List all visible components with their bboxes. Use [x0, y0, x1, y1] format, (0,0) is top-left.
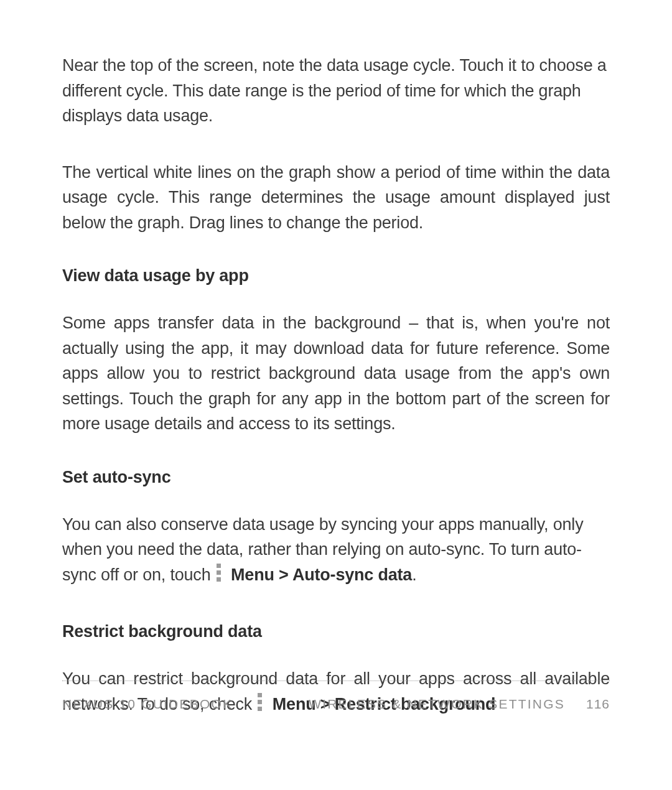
- footer-section-title: WIRELESS & NETWORK SETTINGS: [309, 697, 565, 712]
- page: Near the top of the screen, note the dat…: [0, 0, 672, 790]
- menu-overflow-icon: [217, 564, 223, 582]
- text: .: [412, 565, 416, 584]
- footer-page-number: 116: [586, 697, 610, 712]
- heading-set-auto-sync: Set auto-sync: [62, 468, 610, 487]
- paragraph-auto-sync: You can also conserve data usage by sync…: [62, 512, 610, 588]
- heading-view-data-usage: View data usage by app: [62, 266, 610, 286]
- paragraph-graph-lines: The vertical white lines on the graph sh…: [62, 160, 610, 236]
- page-footer: NEXUS 10 GUIDEBOOK WIRELESS & NETWORK SE…: [62, 697, 610, 712]
- footer-book-title: NEXUS 10 GUIDEBOOK: [62, 697, 233, 712]
- footer-divider: [62, 681, 610, 681]
- heading-restrict-background: Restrict background data: [62, 622, 610, 641]
- paragraph-background-apps: Some apps transfer data in the backgroun…: [62, 310, 610, 437]
- menu-path-auto-sync: Menu > Auto-sync data: [231, 565, 412, 584]
- paragraph-data-cycle: Near the top of the screen, note the dat…: [62, 53, 610, 129]
